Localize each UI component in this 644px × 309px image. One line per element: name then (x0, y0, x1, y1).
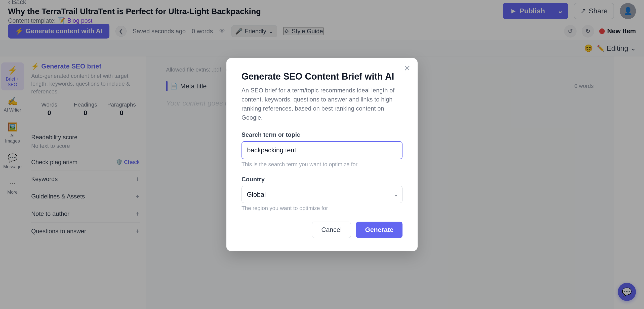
modal-title: Generate SEO Content Brief with AI (242, 71, 403, 82)
modal-actions: Cancel Generate (242, 222, 403, 238)
search-term-label: Search term or topic (242, 131, 403, 138)
modal-close-button[interactable]: ✕ (404, 64, 411, 72)
modal-overlay[interactable]: ✕ Generate SEO Content Brief with AI An … (0, 0, 644, 309)
generate-button[interactable]: Generate (356, 222, 403, 238)
country-hint: The region you want to optimize for (242, 205, 403, 212)
country-select-wrapper: Global United States United Kingdom Cana… (242, 186, 403, 203)
search-term-hint: This is the search term you want to opti… (242, 161, 403, 168)
modal-description: An SEO brief for a term/topic recommends… (242, 86, 403, 122)
search-term-input[interactable] (242, 141, 403, 159)
country-label: Country (242, 176, 403, 183)
country-select[interactable]: Global United States United Kingdom Cana… (242, 186, 403, 203)
generate-seo-modal: ✕ Generate SEO Content Brief with AI An … (226, 58, 418, 251)
cancel-button[interactable]: Cancel (312, 222, 351, 238)
